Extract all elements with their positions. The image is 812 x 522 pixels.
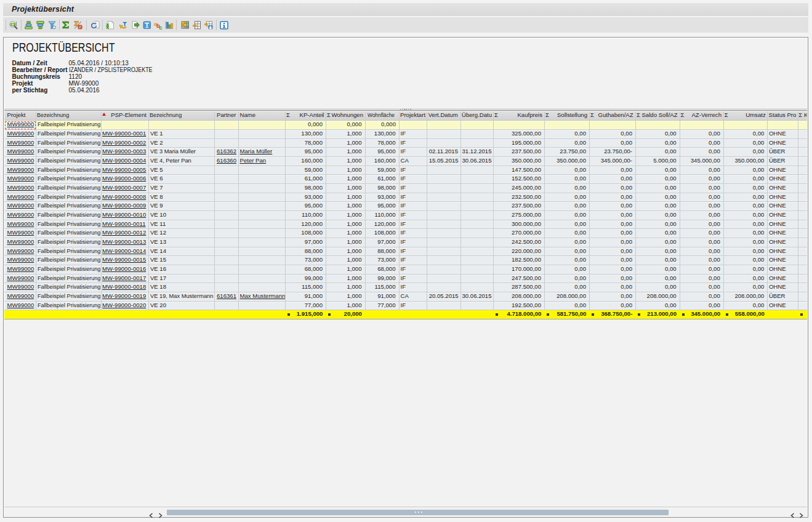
svg-text:c: c (159, 23, 162, 30)
